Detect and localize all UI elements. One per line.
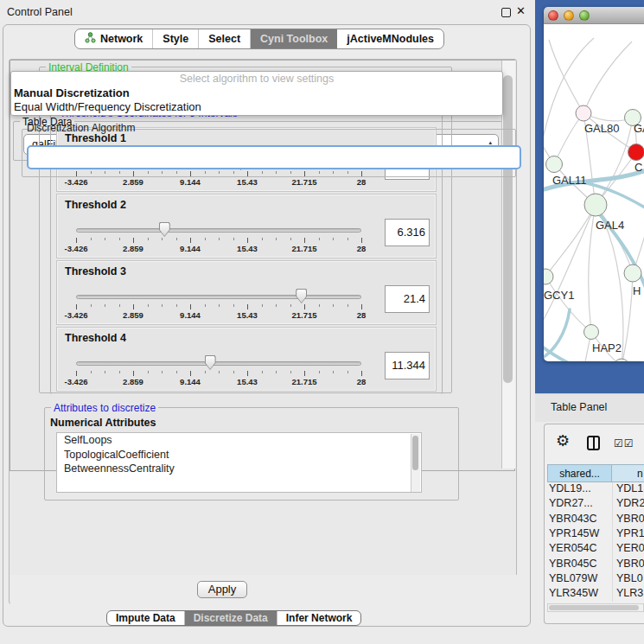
network-node-gal4[interactable]: [584, 194, 607, 216]
checkbox-icons[interactable]: ☑☑: [614, 437, 634, 450]
algorithm-combobox[interactable]: [27, 145, 521, 169]
table-panel: ⚙ ☑☑ shared... n YDL19...YDL1YDR27...YDR…: [544, 424, 644, 624]
network-node-hap2[interactable]: [584, 325, 599, 340]
attribute-item-topologicalcoefficient[interactable]: TopologicalCoefficient: [57, 448, 421, 462]
tab-cyni-toolbox[interactable]: Cyni Toolbox: [251, 29, 337, 48]
cell-shared-name[interactable]: YBL079W: [549, 572, 597, 584]
cell-name[interactable]: YLR3: [616, 587, 643, 599]
cell-shared-name[interactable]: YER054C: [549, 542, 597, 554]
column-header-name[interactable]: n: [612, 464, 644, 482]
tick-label: 21.715: [291, 310, 316, 320]
network-window: GAL80GACGAL11GAL4GCY1HHAP2: [544, 7, 644, 361]
tab-network[interactable]: Network: [75, 29, 153, 48]
table-hscrollbar[interactable]: [547, 603, 644, 612]
network-node-h[interactable]: [624, 265, 641, 282]
attributes-scrollbar[interactable]: [411, 434, 420, 471]
slider-track[interactable]: [76, 228, 361, 233]
numerical-attributes-list: SelfLoopsTopologicalCoefficientBetweenne…: [56, 432, 422, 471]
table-row[interactable]: YBR043CYBR0: [547, 513, 644, 527]
network-edge[interactable]: [545, 277, 591, 332]
tab-label: jActiveMNodules: [347, 33, 434, 45]
float-window-icon[interactable]: [501, 8, 511, 17]
table-row[interactable]: YDR27...YDR2: [547, 497, 644, 512]
tab-select[interactable]: Select: [199, 29, 251, 48]
panel-scrollbar-thumb[interactable]: [503, 75, 513, 383]
table-row[interactable]: YDL19...YDL1: [547, 482, 644, 497]
table-row[interactable]: YBL079WYBL0: [547, 572, 644, 587]
cell-shared-name[interactable]: YBR045C: [549, 558, 597, 570]
network-node[interactable]: [614, 359, 629, 361]
tick: [262, 238, 263, 240]
cell-name[interactable]: YBL0: [616, 572, 643, 584]
network-edge[interactable]: [545, 205, 596, 277]
tick: [219, 304, 220, 307]
network-edge[interactable]: [589, 205, 596, 332]
mac-minimize-icon[interactable]: [564, 10, 574, 21]
cell-name[interactable]: YER0: [616, 542, 644, 554]
slider-thumb[interactable]: [205, 355, 216, 370]
network-canvas[interactable]: GAL80GACGAL11GAL4GCY1HHAP2: [544, 24, 644, 361]
attributes-scrollbar-thumb[interactable]: [412, 436, 418, 470]
network-node-gal80[interactable]: [576, 105, 591, 121]
slider-thumb[interactable]: [159, 222, 170, 237]
cell-name[interactable]: YDL1: [616, 482, 643, 494]
network-node-gal11[interactable]: [546, 156, 563, 173]
table-hscrollbar-thumb[interactable]: [549, 605, 639, 610]
tab-style[interactable]: Style: [153, 29, 199, 48]
slider-track[interactable]: [76, 361, 361, 366]
tab-discretize-data[interactable]: Discretize Data: [185, 611, 277, 625]
table-row[interactable]: YLR345WYLR3: [547, 587, 644, 602]
cell-shared-name[interactable]: YBR043C: [549, 513, 597, 525]
gear-icon[interactable]: ⚙: [556, 433, 570, 449]
tick: [176, 371, 177, 373]
column-header-shared-name[interactable]: shared...: [547, 464, 612, 482]
mac-zoom-icon[interactable]: [579, 10, 590, 21]
threshold-value-field[interactable]: 21.4: [385, 285, 430, 313]
tick: [162, 238, 163, 240]
threshold-value-field[interactable]: 11.344: [385, 352, 430, 379]
cell-name[interactable]: YBR0: [616, 558, 644, 570]
columns-icon[interactable]: [587, 436, 600, 450]
network-edge[interactable]: [554, 113, 583, 164]
mac-close-icon[interactable]: [548, 10, 558, 21]
table-row[interactable]: YER054CYER0: [547, 542, 644, 557]
tick: [133, 371, 134, 376]
cell-name[interactable]: YBR0: [616, 513, 644, 525]
attribute-item-selfloops[interactable]: SelfLoops: [57, 433, 421, 448]
table-row[interactable]: YBR045CYBR0: [547, 558, 644, 572]
cell-shared-name[interactable]: YPR145W: [549, 527, 599, 539]
tab-infer-network[interactable]: Infer Network: [277, 611, 361, 625]
threshold-value-field[interactable]: 6.316: [385, 219, 430, 246]
cell-name[interactable]: YPR1: [616, 527, 644, 539]
network-node-gcy1[interactable]: [544, 269, 553, 284]
panel-scrollbar[interactable]: [501, 61, 515, 469]
attribute-item-betweennesscentrality[interactable]: BetweennessCentrality: [57, 462, 421, 471]
tick: [348, 371, 348, 373]
tick: [247, 238, 248, 243]
cell-shared-name[interactable]: YDL19...: [549, 482, 591, 494]
algorithm-option-equal-width-frequency-discretization[interactable]: Equal Width/Frequency Discretization: [11, 100, 502, 114]
tick: [290, 238, 291, 240]
network-edge[interactable]: [544, 38, 594, 169]
network-window-titlebar[interactable]: [544, 7, 644, 24]
network-edge[interactable]: [583, 41, 632, 113]
network-edge-highlighted[interactable]: [544, 309, 570, 361]
table-row[interactable]: YPR145WYPR1: [547, 527, 644, 542]
cell-shared-name[interactable]: YLR345W: [549, 587, 598, 599]
tab-impute-data[interactable]: Impute Data: [107, 611, 185, 625]
tick: [348, 304, 348, 307]
network-graph: GAL80GACGAL11GAL4GCY1HHAP2: [544, 24, 644, 361]
cell-shared-name[interactable]: YDR27...: [549, 497, 593, 509]
close-icon[interactable]: ✕: [516, 4, 526, 17]
slider-thumb[interactable]: [296, 289, 307, 303]
network-node-c[interactable]: [628, 144, 644, 161]
network-edge[interactable]: [549, 40, 583, 113]
tick-label: 28: [357, 177, 367, 187]
slider-track[interactable]: [76, 295, 361, 299]
tick: [148, 371, 149, 373]
cell-name[interactable]: YDR2: [616, 497, 644, 509]
algorithm-option-manual-discretization[interactable]: Manual Discretization: [11, 86, 502, 100]
apply-button[interactable]: Apply: [197, 581, 247, 598]
tab-jactivemnodules[interactable]: jActiveMNodules: [337, 29, 443, 48]
algorithm-hint-option[interactable]: Select algorithm to view settings: [11, 72, 502, 86]
